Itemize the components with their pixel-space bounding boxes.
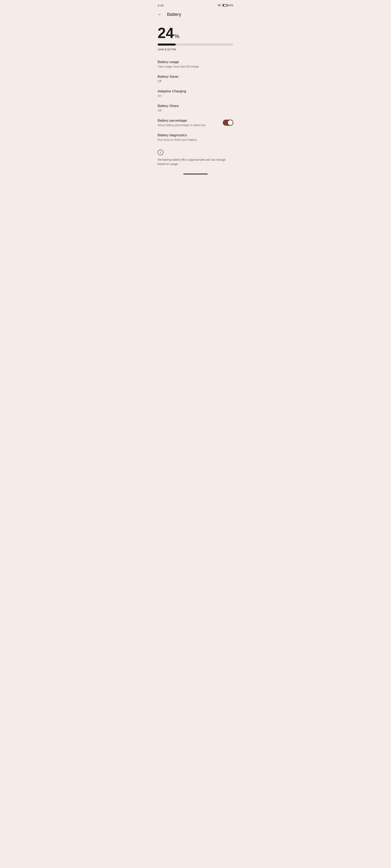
battery-time-remaining: Until 9:15 PM — [158, 48, 233, 51]
battery-percentage-display: 24 % — [158, 26, 233, 40]
battery-percentage-toggle[interactable] — [223, 120, 233, 126]
home-indicator — [153, 171, 238, 178]
adaptive-charging-item[interactable]: Adaptive Charging On — [153, 86, 238, 101]
battery-share-title: Battery Share — [158, 104, 233, 108]
battery-share-content: Battery Share Off — [158, 104, 233, 112]
battery-percent-sign: % — [174, 33, 179, 39]
info-section: i Remaining battery life is approximate … — [153, 146, 238, 171]
toggle-knob — [228, 120, 233, 125]
wifi-icon — [217, 4, 221, 7]
battery-status-indicator: 24% — [223, 4, 233, 7]
status-bar: 4:43 24% — [153, 0, 238, 10]
battery-percent-text: 24% — [228, 4, 233, 7]
battery-level-section: 24 % Until 9:15 PM — [153, 21, 238, 55]
adaptive-charging-content: Adaptive Charging On — [158, 89, 233, 97]
battery-saver-title: Battery Saver — [158, 75, 233, 79]
settings-list: Battery usage View usage since last full… — [153, 55, 238, 146]
back-arrow-icon: ← — [158, 12, 162, 17]
page-title: Battery — [167, 12, 181, 17]
battery-usage-subtitle: View usage since last full charge — [158, 65, 233, 68]
battery-usage-title: Battery usage — [158, 60, 233, 64]
status-time: 4:43 — [158, 4, 164, 7]
battery-share-subtitle: Off — [158, 109, 233, 112]
top-bar: ← Battery — [153, 10, 238, 21]
battery-number: 24 — [158, 26, 174, 40]
battery-saver-content: Battery Saver Off — [158, 75, 233, 83]
home-bar — [183, 174, 208, 175]
battery-percentage-subtitle: Show battery percentage in status bar — [158, 123, 223, 127]
info-text: Remaining battery life is approximate an… — [158, 158, 233, 166]
battery-progress-bar — [158, 43, 233, 45]
status-icons: 24% — [217, 4, 233, 7]
battery-diagnostics-content: Battery diagnostics Run tests to check y… — [158, 133, 233, 142]
battery-usage-item[interactable]: Battery usage View usage since last full… — [153, 57, 238, 71]
adaptive-charging-title: Adaptive Charging — [158, 89, 233, 93]
battery-percentage-title: Battery percentage — [158, 119, 223, 123]
battery-progress-fill — [158, 43, 176, 45]
battery-percentage-item[interactable]: Battery percentage Show battery percenta… — [153, 115, 238, 130]
battery-saver-subtitle: Off — [158, 80, 233, 83]
info-icon-wrapper: i — [158, 150, 233, 155]
battery-icon — [223, 4, 227, 6]
back-button[interactable]: ← — [157, 11, 163, 18]
battery-diagnostics-title: Battery diagnostics — [158, 133, 233, 137]
battery-diagnostics-subtitle: Run tests to check your battery — [158, 138, 233, 142]
adaptive-charging-subtitle: On — [158, 94, 233, 97]
battery-saver-item[interactable]: Battery Saver Off — [153, 71, 238, 86]
battery-diagnostics-item[interactable]: Battery diagnostics Run tests to check y… — [153, 130, 238, 145]
info-icon: i — [158, 150, 163, 155]
battery-share-item[interactable]: Battery Share Off — [153, 101, 238, 115]
battery-usage-content: Battery usage View usage since last full… — [158, 60, 233, 68]
battery-percentage-content: Battery percentage Show battery percenta… — [158, 119, 223, 127]
